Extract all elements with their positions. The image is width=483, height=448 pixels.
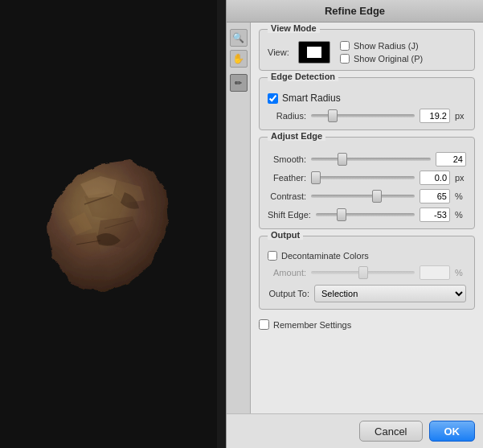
brush-icon: ✏ bbox=[235, 78, 242, 88]
smooth-label: Smooth: bbox=[268, 154, 306, 164]
feather-slider[interactable] bbox=[311, 176, 415, 179]
radius-slider[interactable] bbox=[311, 114, 415, 117]
decontaminate-checkbox[interactable] bbox=[268, 251, 277, 261]
output-section: Output Decontaminate Colors Amount: bbox=[259, 236, 475, 310]
zoom-icon: 🔍 bbox=[232, 32, 244, 43]
shift-edge-unit: % bbox=[455, 210, 466, 220]
adjust-edge-section: Adjust Edge Smooth: Feather: bbox=[259, 137, 475, 229]
shift-edge-value-input[interactable] bbox=[420, 208, 450, 222]
amount-unit: % bbox=[455, 268, 466, 277]
smooth-row: Smooth: bbox=[268, 152, 466, 166]
smooth-value-input[interactable] bbox=[436, 152, 466, 166]
view-label: View: bbox=[268, 47, 292, 57]
refine-edge-dialog: Refine Edge 🔍 ✋ ✏ View Mode View: bbox=[226, 0, 483, 448]
edge-detection-section: Edge Detection Smart Radius Radius: px bbox=[259, 77, 475, 130]
amount-row: Amount: % bbox=[268, 265, 466, 280]
view-mode-title: View Mode bbox=[268, 23, 320, 33]
amount-slider bbox=[311, 271, 415, 274]
amount-label: Amount: bbox=[268, 268, 306, 277]
view-mode-section: View Mode View: Show Radius (J) bbox=[259, 29, 475, 71]
amount-value-input bbox=[420, 265, 450, 280]
shift-edge-row: Shift Edge: % bbox=[268, 208, 466, 222]
canvas-area bbox=[0, 0, 217, 448]
brush-tool-button[interactable]: ✏ bbox=[230, 74, 248, 92]
dialog-footer: Cancel OK bbox=[227, 413, 483, 448]
hand-tool-button[interactable]: ✋ bbox=[230, 50, 248, 68]
cancel-button[interactable]: Cancel bbox=[359, 421, 422, 442]
shift-edge-slider[interactable] bbox=[316, 213, 415, 216]
smart-radius-label: Smart Radius bbox=[282, 92, 341, 104]
show-original-checkbox[interactable] bbox=[340, 54, 350, 64]
smooth-slider[interactable] bbox=[311, 158, 431, 161]
view-options: Show Radius (J) Show Original (P) bbox=[340, 41, 423, 64]
radius-label: Radius: bbox=[268, 111, 306, 121]
adjust-edge-title: Adjust Edge bbox=[268, 131, 325, 141]
view-thumbnail[interactable] bbox=[298, 41, 330, 64]
hand-icon: ✋ bbox=[232, 53, 244, 64]
radius-row: Radius: px bbox=[268, 109, 466, 123]
smart-radius-checkbox[interactable] bbox=[268, 93, 278, 104]
smart-radius-row: Smart Radius bbox=[268, 92, 466, 104]
radius-value-input[interactable] bbox=[420, 109, 450, 123]
zoom-tool-button[interactable]: 🔍 bbox=[230, 29, 248, 47]
show-radius-label: Show Radius (J) bbox=[354, 41, 419, 51]
feather-row: Feather: px bbox=[268, 171, 466, 185]
main-content: View Mode View: Show Radius (J) bbox=[251, 23, 483, 413]
show-original-row: Show Original (P) bbox=[340, 54, 423, 64]
dialog-titlebar: Refine Edge bbox=[227, 0, 483, 23]
contrast-slider[interactable] bbox=[311, 195, 415, 198]
output-to-select[interactable]: Selection Layer Mask New Layer New Layer… bbox=[314, 285, 466, 302]
ok-button[interactable]: OK bbox=[429, 421, 476, 442]
radius-unit: px bbox=[455, 111, 466, 121]
remember-settings-row: Remember Settings bbox=[259, 316, 475, 333]
shift-edge-label: Shift Edge: bbox=[268, 210, 311, 220]
output-title: Output bbox=[268, 230, 303, 240]
edge-detection-title: Edge Detection bbox=[268, 72, 338, 81]
show-original-label: Show Original (P) bbox=[354, 54, 423, 64]
decontaminate-label: Decontaminate Colors bbox=[281, 251, 369, 261]
contrast-row: Contrast: % bbox=[268, 189, 466, 203]
feather-value-input[interactable] bbox=[420, 171, 450, 185]
feather-unit: px bbox=[455, 173, 466, 183]
show-radius-checkbox[interactable] bbox=[340, 41, 350, 51]
remember-settings-checkbox[interactable] bbox=[259, 319, 269, 330]
output-to-row: Output To: Selection Layer Mask New Laye… bbox=[268, 285, 466, 302]
rock-image bbox=[36, 140, 181, 309]
remember-settings-label: Remember Settings bbox=[273, 320, 351, 330]
output-to-label: Output To: bbox=[268, 289, 309, 298]
dialog-title: Refine Edge bbox=[325, 5, 385, 17]
feather-label: Feather: bbox=[268, 173, 306, 183]
decontaminate-row: Decontaminate Colors bbox=[268, 251, 466, 261]
tools-strip: 🔍 ✋ ✏ bbox=[227, 23, 251, 413]
show-radius-row: Show Radius (J) bbox=[340, 41, 423, 51]
contrast-value-input[interactable] bbox=[420, 189, 450, 203]
contrast-label: Contrast: bbox=[268, 191, 306, 201]
contrast-unit: % bbox=[455, 191, 466, 201]
